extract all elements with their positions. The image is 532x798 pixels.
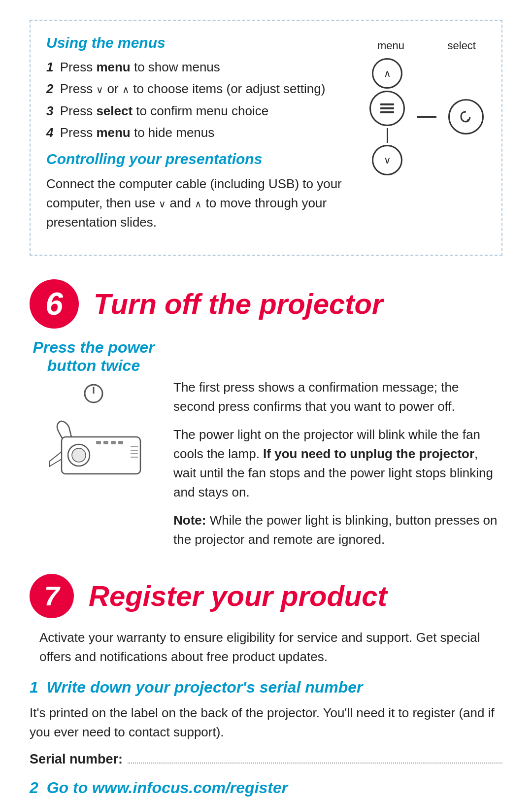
svg-rect-1 bbox=[380, 107, 394, 109]
sub-step-1-heading: 1 Write down your projector's serial num… bbox=[30, 678, 502, 697]
step-7-title: Register your product bbox=[89, 580, 387, 612]
step-7-circle: 7 bbox=[30, 574, 74, 618]
step-6-note: Note: While the power light is blinking,… bbox=[173, 511, 502, 549]
menu-step-1: 1 Press menu to show menus bbox=[46, 58, 367, 76]
sub-step-2-num: 2 bbox=[30, 779, 38, 797]
serial-label: Serial number: bbox=[30, 752, 123, 767]
step-6-subheading: Press the power button twice bbox=[30, 338, 158, 375]
step-6-title: Turn off the projector bbox=[94, 288, 383, 320]
remote-buttons: ∧ ∨ bbox=[369, 58, 484, 175]
step-7-body: Activate your warranty to ensure eligibi… bbox=[39, 628, 502, 666]
svg-rect-11 bbox=[118, 441, 123, 444]
remote-labels: menu select bbox=[377, 39, 476, 52]
remote-line-h bbox=[417, 116, 436, 118]
sub-step-1-body: It's printed on the label on the back of… bbox=[30, 703, 502, 742]
sub-step-1-num: 1 bbox=[30, 678, 38, 696]
step-7-section: 7 Register your product Activate your wa… bbox=[30, 574, 502, 797]
step-6-para1: The first press shows a confirmation mes… bbox=[173, 378, 502, 416]
step-7-header: 7 Register your product bbox=[30, 574, 502, 618]
using-menus-heading: Using the menus bbox=[46, 34, 367, 51]
arrow-down-1: ∨ bbox=[96, 85, 103, 96]
svg-rect-9 bbox=[103, 441, 108, 444]
up-arrow-btn: ∧ bbox=[372, 58, 402, 89]
sub-step-2-heading: 2 Go to www.infocus.com/register bbox=[30, 779, 502, 797]
down-arrow-btn: ∨ bbox=[372, 145, 402, 175]
step-num-4: 4 bbox=[46, 125, 53, 140]
remote-left-col: ∧ ∨ bbox=[369, 58, 405, 175]
arrow-up-ctrl: ∧ bbox=[195, 199, 202, 209]
svg-rect-8 bbox=[96, 441, 101, 444]
sub-step-2-url: www.infocus.com/register bbox=[92, 779, 288, 797]
step-num-1: 1 bbox=[46, 60, 53, 74]
select-label: select bbox=[448, 39, 476, 52]
serial-dotted-line bbox=[128, 763, 502, 764]
svg-point-7 bbox=[72, 448, 86, 462]
step-6-content: Press the power button twice bbox=[30, 338, 502, 549]
remote-line-v bbox=[387, 128, 388, 143]
svg-rect-0 bbox=[380, 103, 394, 105]
svg-rect-2 bbox=[380, 111, 394, 113]
step-6-circle: 6 bbox=[30, 279, 79, 329]
select-icon bbox=[457, 108, 475, 126]
remote-diagram: menu select ∧ ∨ bbox=[367, 34, 486, 241]
menu-label: menu bbox=[377, 39, 404, 52]
projector-illustration bbox=[34, 383, 153, 481]
menu-step-4: 4 Press menu to hide menus bbox=[46, 124, 367, 141]
svg-rect-10 bbox=[111, 441, 116, 444]
menu-step-2: 2 Press ∨ or ∧ to choose items (or adjus… bbox=[46, 80, 367, 98]
step-num-2: 2 bbox=[46, 81, 53, 96]
info-box: Using the menus 1 Press menu to show men… bbox=[30, 20, 502, 256]
info-box-left: Using the menus 1 Press menu to show men… bbox=[46, 34, 367, 241]
menu-icon bbox=[378, 100, 396, 117]
arrow-up-1: ∧ bbox=[122, 85, 130, 96]
menu-bold-4: menu bbox=[96, 125, 130, 140]
menu-step-3: 3 Press select to confirm menu choice bbox=[46, 102, 367, 120]
step-6-para2: The power light on the projector will bl… bbox=[173, 425, 502, 502]
menu-bold-1: menu bbox=[96, 60, 130, 74]
step-6-bold: If you need to unplug the projector bbox=[263, 446, 474, 461]
menu-bold-3: select bbox=[96, 103, 133, 118]
serial-number-line: Serial number: bbox=[30, 752, 502, 767]
sub-step-2-text: Go to www.infocus.com/register bbox=[47, 779, 288, 797]
step-6-para1-text: The first press shows a confirmation mes… bbox=[173, 378, 502, 416]
select-btn bbox=[448, 99, 484, 134]
menu-btn bbox=[369, 91, 405, 126]
note-body: While the power light is blinking, butto… bbox=[173, 513, 498, 547]
step-6-section: 6 Turn off the projector Press the power… bbox=[30, 279, 502, 549]
step-6-left: Press the power button twice bbox=[30, 338, 158, 549]
controlling-heading: Controlling your presentations bbox=[46, 151, 367, 167]
sub-step-1-title: Write down your projector's serial numbe… bbox=[47, 678, 363, 696]
arrow-down-ctrl: ∨ bbox=[159, 199, 166, 209]
step-6-right: The first press shows a confirmation mes… bbox=[173, 338, 502, 549]
note-label: Note: bbox=[173, 513, 206, 528]
sub-step-2-container: 2 Go to www.infocus.com/register bbox=[30, 779, 502, 797]
menu-steps-list: 1 Press menu to show menus 2 Press ∨ or … bbox=[46, 58, 367, 142]
step-6-header: 6 Turn off the projector bbox=[30, 279, 502, 329]
step-num-3: 3 bbox=[46, 103, 53, 118]
controlling-body: Connect the computer cable (including US… bbox=[46, 174, 367, 232]
